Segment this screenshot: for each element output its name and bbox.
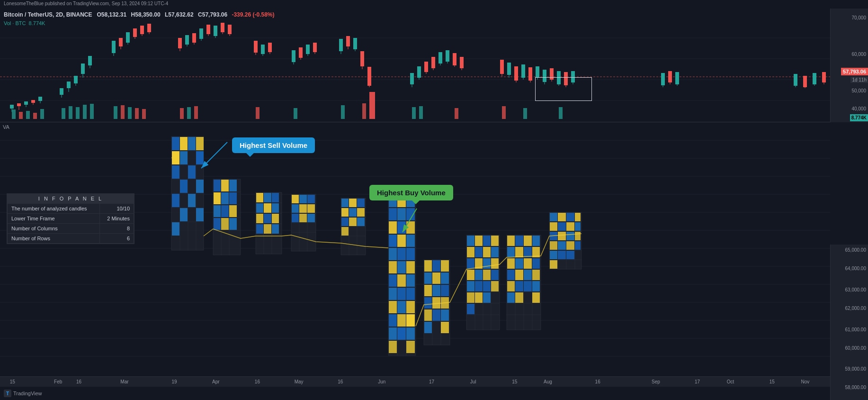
svg-rect-118: [668, 71, 672, 82]
row-value-2: 2 Minutes: [100, 214, 134, 224]
svg-rect-74: [360, 51, 364, 66]
svg-rect-314: [406, 274, 415, 287]
svg-rect-378: [491, 281, 499, 291]
top-chart-area: Bitcoin / TetherUS, 2D, BINANCE O58,132.…: [0, 9, 868, 122]
svg-rect-30: [126, 32, 130, 43]
close-label: C: [198, 11, 202, 18]
svg-rect-188: [180, 208, 188, 221]
svg-rect-18: [67, 82, 71, 88]
svg-rect-155: [502, 106, 506, 119]
svg-rect-396: [515, 236, 523, 246]
price-40000: 40,000: [851, 106, 866, 111]
svg-rect-390: [507, 236, 515, 246]
svg-rect-313: [406, 261, 415, 273]
svg-rect-106: [543, 70, 546, 82]
svg-rect-191: [188, 194, 196, 207]
svg-rect-129: [12, 109, 16, 119]
time-16-may: 16: [338, 379, 343, 384]
current-price: 57,793.06: [841, 68, 868, 75]
svg-rect-357: [467, 258, 474, 269]
svg-rect-312: [406, 248, 415, 260]
svg-rect-195: [180, 137, 188, 150]
svg-rect-393: [507, 270, 515, 280]
svg-rect-371: [483, 270, 491, 280]
svg-rect-226: [256, 203, 263, 213]
time-axis: 15 Feb 16 Mar 19 Apr 16 May 16 Jun 17 Ju…: [0, 376, 830, 387]
svg-rect-316: [406, 301, 415, 313]
svg-rect-401: [515, 292, 523, 303]
svg-rect-289: [389, 261, 397, 273]
svg-rect-440: [575, 232, 581, 240]
svg-rect-365: [475, 270, 483, 280]
svg-rect-334: [432, 273, 440, 284]
candlestick-chart: [0, 17, 830, 122]
highest-sell-volume-tooltip: Highest Sell Volume: [232, 137, 315, 153]
time-nov: Nov: [801, 379, 810, 384]
svg-rect-183: [172, 165, 179, 179]
price-65000: 65,000.00: [845, 247, 867, 253]
svg-rect-108: [550, 68, 554, 80]
svg-rect-153: [419, 106, 423, 119]
candle-group-early: [10, 23, 826, 112]
svg-rect-128: [822, 72, 826, 82]
open-label: O: [97, 11, 101, 18]
svg-rect-217: [229, 218, 237, 230]
tradingview-watermark: T TradingView: [4, 390, 42, 397]
svg-rect-150: [362, 103, 366, 119]
svg-rect-98: [514, 66, 518, 81]
svg-rect-290: [389, 274, 397, 287]
svg-rect-130: [19, 112, 23, 119]
svg-rect-376: [491, 258, 499, 269]
svg-rect-187: [180, 180, 188, 193]
svg-rect-402: [524, 236, 532, 246]
svg-rect-14: [38, 97, 42, 101]
svg-rect-146: [194, 106, 198, 119]
svg-rect-56: [261, 45, 265, 54]
svg-rect-294: [389, 327, 397, 340]
svg-rect-236: [272, 224, 279, 234]
tooltip-buy-text: Highest Buy Volume: [377, 189, 446, 197]
svg-rect-135: [69, 106, 72, 119]
svg-rect-269: [357, 218, 365, 226]
svg-rect-363: [475, 247, 483, 257]
svg-rect-232: [264, 224, 271, 234]
svg-rect-333: [432, 260, 440, 272]
svg-rect-149: [341, 105, 345, 119]
row-label-1: The number of analyzed candles: [8, 204, 100, 214]
svg-rect-64: [306, 45, 310, 54]
footprint-chart-area: VA: [0, 122, 868, 373]
price-64000: 64,000.00: [845, 266, 867, 271]
table-row: Lower Time Frame 2 Minutes: [8, 214, 134, 224]
info-panel-title: I N F O P A N E L: [7, 194, 134, 203]
svg-rect-306: [397, 327, 406, 340]
svg-rect-154: [455, 108, 458, 119]
svg-rect-336: [432, 297, 440, 309]
svg-rect-96: [507, 63, 511, 75]
1d-label: 1d 11h: [850, 77, 868, 83]
svg-rect-403: [524, 247, 532, 257]
svg-rect-216: [229, 205, 237, 217]
publisher-bar: LonesomeTheBlue published on TradingView…: [0, 0, 868, 9]
svg-rect-225: [256, 193, 263, 202]
row-label-2: Lower Time Frame: [8, 214, 100, 224]
row-value-3: 8: [100, 224, 134, 234]
svg-rect-60: [292, 50, 295, 62]
time-sep: Sep: [652, 379, 660, 384]
svg-rect-425: [550, 241, 557, 250]
svg-rect-375: [491, 247, 499, 257]
svg-rect-126: [813, 73, 816, 84]
svg-rect-138: [90, 104, 94, 119]
svg-rect-86: [438, 52, 442, 64]
price-61000: 61,000.00: [845, 327, 867, 332]
svg-rect-157: [559, 107, 563, 119]
svg-rect-72: [353, 38, 357, 49]
svg-rect-142: [135, 108, 139, 119]
svg-rect-88: [446, 50, 449, 62]
svg-rect-406: [524, 281, 532, 291]
svg-rect-231: [264, 214, 271, 223]
svg-rect-367: [475, 292, 483, 303]
svg-rect-78: [410, 73, 414, 84]
svg-rect-286: [389, 221, 397, 234]
svg-rect-110: [557, 71, 561, 84]
svg-rect-211: [221, 192, 229, 204]
